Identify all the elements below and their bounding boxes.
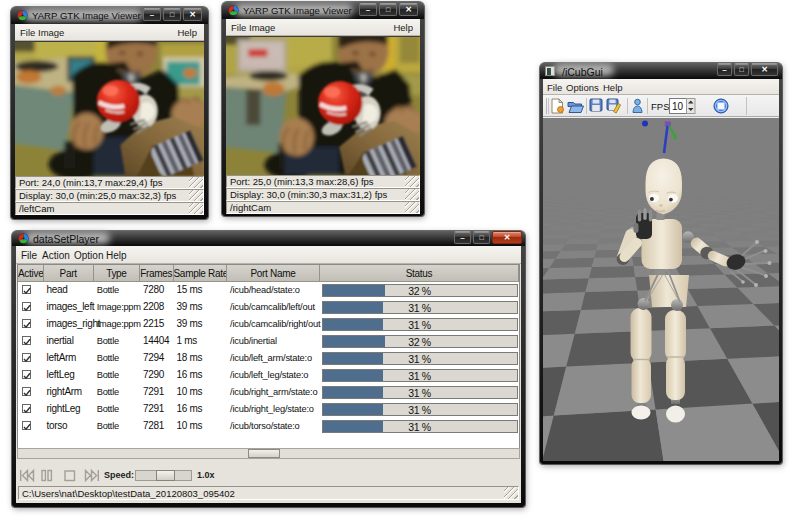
svg-text:FPS:: FPS: (651, 101, 672, 112)
svg-text:10: 10 (672, 101, 684, 112)
